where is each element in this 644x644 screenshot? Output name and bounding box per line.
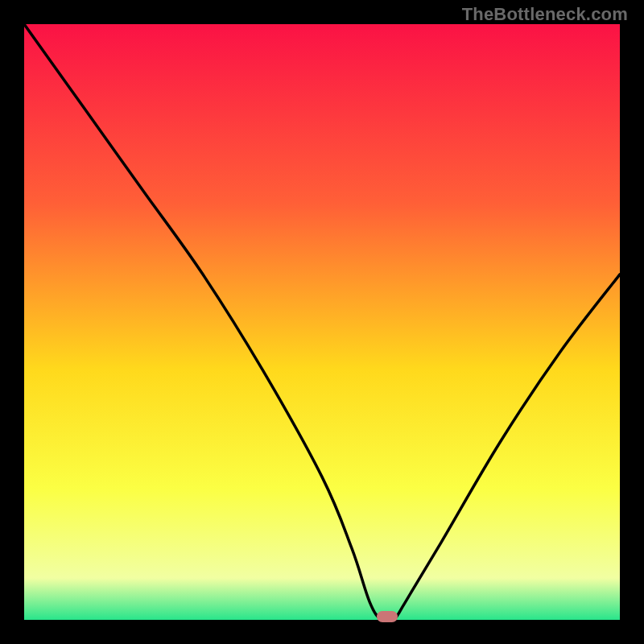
chart-svg bbox=[24, 24, 620, 620]
chart-frame: TheBottleneck.com bbox=[0, 0, 644, 644]
optimal-point-marker bbox=[377, 611, 398, 622]
gradient-background bbox=[24, 24, 620, 620]
watermark-text: TheBottleneck.com bbox=[462, 4, 628, 25]
plot-area bbox=[24, 24, 620, 620]
